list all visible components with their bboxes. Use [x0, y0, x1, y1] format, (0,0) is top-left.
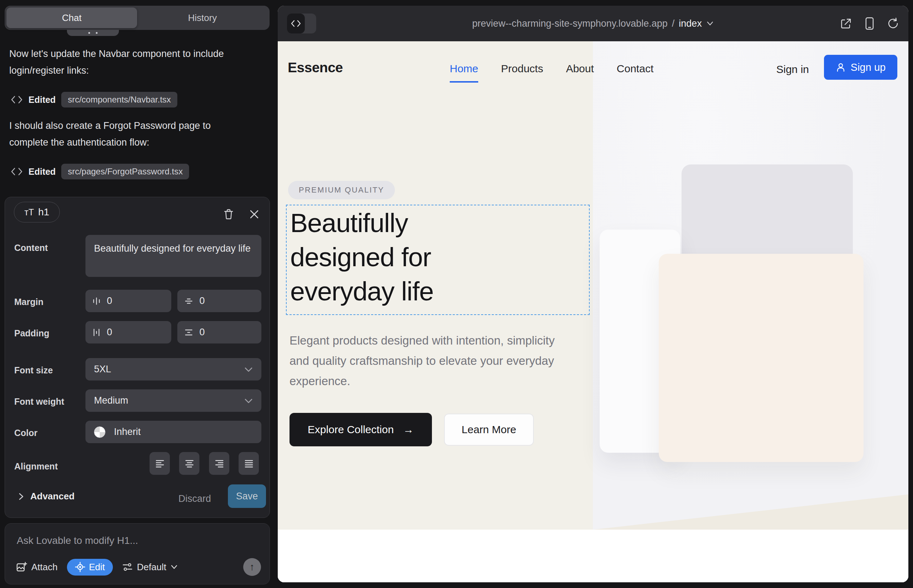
chevron-down-icon — [170, 564, 178, 570]
url-page: index — [679, 18, 702, 29]
color-swatch — [94, 426, 105, 438]
content-label: Content — [14, 243, 48, 253]
element-editor-panel: тT h1 Content Beautifully designed for e… — [5, 197, 270, 518]
padding-y-input[interactable] — [177, 321, 261, 344]
url-host: preview--charming-site-symphony.lovable.… — [472, 18, 668, 29]
decor-card-cream — [659, 254, 863, 462]
delete-element-button[interactable] — [221, 207, 236, 222]
chat-history-tabbar: Chat History — [5, 6, 270, 30]
url-separator: / — [672, 18, 675, 29]
lovable-editor-screen: Chat History Now let's update the Navbar… — [0, 0, 913, 588]
margin-y-input[interactable] — [177, 290, 261, 312]
code-view-toggle[interactable] — [287, 13, 316, 34]
chat-sidebar: Chat History Now let's update the Navbar… — [0, 0, 277, 588]
padding-horizontal-icon — [92, 328, 100, 337]
chevron-down-icon — [244, 367, 253, 372]
url-bar[interactable]: preview--charming-site-symphony.lovable.… — [278, 6, 908, 41]
scrolled-message-chip — [67, 30, 119, 36]
default-mode-button[interactable]: Default — [122, 562, 178, 573]
prompt-input[interactable] — [17, 535, 244, 546]
align-left-button[interactable] — [149, 452, 170, 475]
nav-link-contact[interactable]: Contact — [617, 63, 653, 82]
align-center-button[interactable] — [179, 452, 199, 475]
chevron-right-icon — [18, 492, 24, 501]
type-icon: тT — [24, 207, 34, 218]
target-icon — [75, 562, 86, 572]
attach-image-icon — [16, 561, 27, 573]
arrow-right-icon: → — [403, 423, 414, 436]
explore-collection-button[interactable]: Explore Collection → — [290, 413, 432, 446]
padding-x-input[interactable] — [86, 321, 171, 344]
browser-chrome: preview--charming-site-symphony.lovable.… — [278, 6, 908, 41]
send-button[interactable]: ↑ — [243, 558, 261, 576]
advanced-toggle[interactable]: Advanced — [18, 491, 74, 502]
sign-up-button[interactable]: Sign up — [824, 55, 897, 80]
premium-quality-badge: PREMIUM QUALITY — [288, 181, 395, 199]
padding-vertical-icon — [185, 328, 193, 336]
edit-mode-button[interactable]: Edit — [67, 559, 113, 575]
sliders-icon — [122, 562, 133, 572]
font-weight-select[interactable]: Medium — [86, 389, 261, 412]
site-logo[interactable]: Essence — [288, 60, 343, 76]
font-size-label: Font size — [14, 365, 53, 375]
learn-more-button[interactable]: Learn More — [444, 414, 534, 446]
font-size-select[interactable]: 5XL — [86, 358, 261, 381]
font-weight-label: Font weight — [14, 396, 64, 407]
selected-element-outline[interactable]: Beautifully designed for everyday life — [286, 205, 590, 315]
close-panel-button[interactable] — [246, 207, 262, 222]
nav-link-about[interactable]: About — [566, 63, 594, 82]
open-external-icon[interactable] — [840, 18, 852, 29]
align-justify-button[interactable] — [239, 452, 259, 475]
prompt-composer: Attach Edit Default ↑ — [5, 523, 270, 585]
color-label: Color — [14, 428, 37, 438]
color-value: Inherit — [114, 426, 141, 438]
file-chip[interactable]: src/components/Navbar.tsx — [61, 92, 177, 108]
align-right-button[interactable] — [209, 452, 229, 475]
hero-heading[interactable]: Beautifully designed for everyday life — [290, 206, 518, 309]
preview-pane: preview--charming-site-symphony.lovable.… — [277, 0, 913, 588]
margin-vertical-icon — [185, 297, 193, 305]
content-input[interactable]: Beautifully designed for everyday life — [86, 235, 261, 277]
chevron-down-icon — [244, 398, 253, 404]
section-below-hero — [278, 530, 908, 582]
code-icon — [287, 13, 305, 34]
refresh-icon[interactable] — [887, 18, 899, 29]
cream-wedge-shape — [593, 451, 908, 530]
save-button[interactable]: Save — [228, 485, 266, 508]
element-tag: h1 — [38, 207, 49, 218]
file-chip[interactable]: src/pages/ForgotPassword.tsx — [61, 164, 189, 179]
assistant-message: Now let's update the Navbar component to… — [9, 45, 237, 79]
site-viewport: Essence Home Products About Contact Sign… — [278, 41, 908, 582]
edited-file-row: Edited src/components/Navbar.tsx — [11, 92, 177, 108]
sign-in-link[interactable]: Sign in — [776, 63, 809, 76]
alignment-label: Alignment — [14, 461, 58, 472]
tab-chat[interactable]: Chat — [6, 8, 137, 28]
chip-dot — [96, 32, 97, 34]
font-weight-value: Medium — [94, 395, 128, 406]
color-select[interactable]: Inherit — [86, 421, 261, 443]
attach-button[interactable]: Attach — [16, 561, 58, 573]
nav-link-products[interactable]: Products — [501, 63, 543, 82]
mobile-preview-icon[interactable] — [865, 17, 874, 30]
edited-label: Edited — [29, 95, 55, 105]
user-icon — [836, 62, 846, 72]
nav-link-home[interactable]: Home — [450, 63, 478, 82]
chip-dot — [88, 32, 90, 34]
composer-toolbar: Attach Edit Default ↑ — [16, 558, 261, 576]
chrome-actions — [840, 6, 899, 41]
hero-paragraph: Elegant products designed with intention… — [290, 330, 555, 391]
tab-history[interactable]: History — [137, 8, 268, 28]
margin-horizontal-icon — [92, 297, 100, 305]
browser-window: preview--charming-site-symphony.lovable.… — [278, 6, 908, 582]
chevron-down-icon[interactable] — [706, 21, 714, 26]
site-nav: Home Products About Contact — [450, 63, 653, 82]
assistant-message: I should also create a Forgot Password p… — [9, 118, 237, 151]
discard-button[interactable]: Discard — [178, 493, 211, 504]
margin-x-input[interactable] — [86, 290, 171, 312]
padding-label: Padding — [14, 328, 50, 339]
edited-label: Edited — [29, 166, 55, 177]
selected-element-chip: тT h1 — [14, 202, 60, 223]
edited-file-row: Edited src/pages/ForgotPassword.tsx — [11, 164, 189, 179]
margin-label: Margin — [14, 297, 44, 307]
code-icon — [11, 166, 23, 176]
